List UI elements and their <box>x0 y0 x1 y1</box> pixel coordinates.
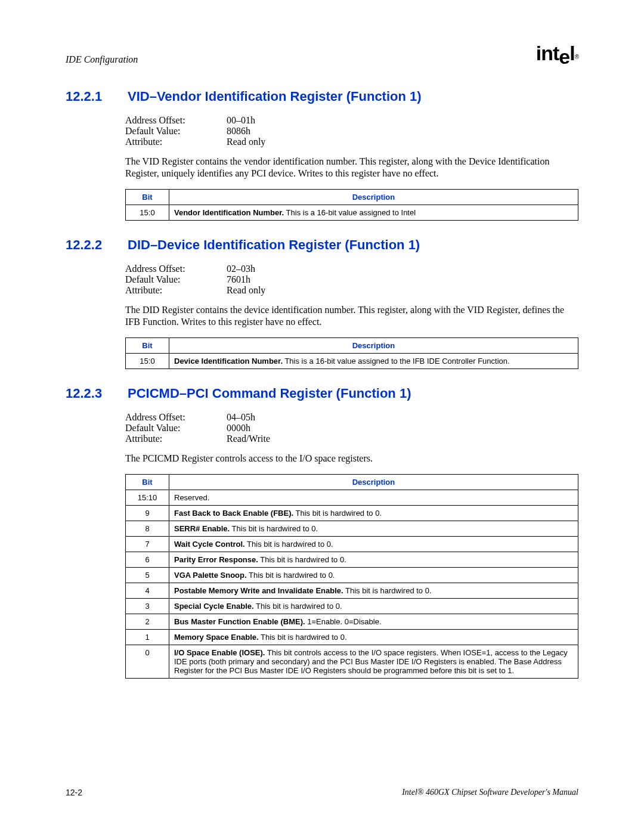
kv-row: Default Value:7601h <box>125 274 578 285</box>
kv-block: Address Offset:02–03h Default Value:7601… <box>125 264 578 296</box>
kv-key: Attribute: <box>125 433 227 444</box>
cell-bit: 15:0 <box>126 205 169 221</box>
cell-bit: 4 <box>126 583 169 599</box>
bit-table: Bit Description 15:0 Vendor Identificati… <box>125 189 578 221</box>
cell-bit: 8 <box>126 521 169 537</box>
kv-val: Read only <box>227 137 265 147</box>
desc-bold: SERR# Enable. <box>174 524 230 533</box>
heading-12-2-1: 12.2.1 VID–Vendor Identification Registe… <box>66 89 578 104</box>
heading-12-2-3: 12.2.3 PCICMD–PCI Command Register (Func… <box>66 386 578 401</box>
bit-table: Bit Description 15:0 Device Identificati… <box>125 337 578 369</box>
kv-row: Address Offset:04–05h <box>125 412 578 423</box>
manual-title: Intel® 460GX Chipset Software Developer'… <box>402 788 578 797</box>
cell-bit: 15:10 <box>126 490 169 506</box>
cell-desc: VGA Palette Snoop. This bit is hardwired… <box>169 568 578 583</box>
col-desc: Description <box>169 338 578 354</box>
kv-val: 0000h <box>227 423 250 433</box>
desc-bold: Wait Cycle Control. <box>174 540 245 549</box>
table-row: 9Fast Back to Back Enable (FBE). This bi… <box>126 506 578 521</box>
kv-block: Address Offset:04–05h Default Value:0000… <box>125 412 578 444</box>
heading-number: 12.2.1 <box>66 89 113 104</box>
desc-rest: This is a 16-bit value assigned to Intel <box>284 208 416 217</box>
page-footer: 12-2 Intel® 460GX Chipset Software Devel… <box>66 788 578 797</box>
kv-key: Attribute: <box>125 285 227 296</box>
kv-row: Default Value:8086h <box>125 126 578 137</box>
cell-bit: 9 <box>126 506 169 521</box>
kv-block: Address Offset:00–01h Default Value:8086… <box>125 115 578 147</box>
cell-desc: Parity Error Response. This bit is hardw… <box>169 552 578 568</box>
kv-key: Default Value: <box>125 423 227 433</box>
kv-val: 00–01h <box>227 115 255 126</box>
cell-desc: Vendor Identification Number. This is a … <box>169 205 578 221</box>
cell-desc: Special Cycle Enable. This bit is hardwi… <box>169 599 578 614</box>
desc-rest: This bit is hardwired to 0. <box>245 540 333 549</box>
desc-bold: Fast Back to Back Enable (FBE). <box>174 509 293 518</box>
section-12-2-1: 12.2.1 VID–Vendor Identification Registe… <box>66 89 578 221</box>
cell-bit: 3 <box>126 599 169 614</box>
table-row: 5VGA Palette Snoop. This bit is hardwire… <box>126 568 578 583</box>
cell-desc: Postable Memory Write and Invalidate Ena… <box>169 583 578 599</box>
cell-bit: 15:0 <box>126 354 169 369</box>
heading-number: 12.2.2 <box>66 237 113 253</box>
desc-bold: Parity Error Response. <box>174 555 258 564</box>
desc-rest: This bit is hardwired to 0. <box>258 555 346 564</box>
heading-title: PCICMD–PCI Command Register (Function 1) <box>128 386 411 401</box>
cell-desc: Fast Back to Back Enable (FBE). This bit… <box>169 506 578 521</box>
table-header-row: Bit Description <box>126 338 578 354</box>
desc-rest: This bit is hardwired to 0. <box>230 524 318 533</box>
col-desc: Description <box>169 475 578 490</box>
col-desc: Description <box>169 190 578 205</box>
kv-key: Default Value: <box>125 274 227 285</box>
table-row: 3Special Cycle Enable. This bit is hardw… <box>126 599 578 614</box>
kv-val: 02–03h <box>227 264 255 274</box>
desc-rest: Reserved. <box>174 493 209 502</box>
desc-rest: This bit is hardwired to 0. <box>247 571 335 580</box>
table-row: 1Memory Space Enable. This bit is hardwi… <box>126 630 578 645</box>
desc-bold: Device Identification Number. <box>174 357 283 366</box>
kv-key: Default Value: <box>125 126 227 137</box>
kv-val: Read only <box>227 285 265 296</box>
kv-row: Address Offset:02–03h <box>125 264 578 274</box>
desc-rest: This bit is hardwired to 0. <box>254 602 342 611</box>
heading-number: 12.2.3 <box>66 386 113 401</box>
table-row: 7Wait Cycle Control. This bit is hardwir… <box>126 537 578 552</box>
table-row: 15:10Reserved. <box>126 490 578 506</box>
cell-desc: I/O Space Enable (IOSE). This bit contro… <box>169 645 578 679</box>
content: 12.2.1 VID–Vendor Identification Registe… <box>66 89 578 679</box>
kv-key: Address Offset: <box>125 115 227 126</box>
desc-bold: Postable Memory Write and Invalidate Ena… <box>174 586 343 595</box>
logo-text: intel <box>536 42 575 68</box>
desc-bold: Vendor Identification Number. <box>174 208 284 217</box>
kv-row: Attribute:Read only <box>125 137 578 147</box>
heading-title: DID–Device Identification Register (Func… <box>128 237 420 253</box>
col-bit: Bit <box>126 338 169 354</box>
heading-12-2-2: 12.2.2 DID–Device Identification Registe… <box>66 237 578 253</box>
table-row: 0I/O Space Enable (IOSE). This bit contr… <box>126 645 578 679</box>
page: IDE Configuration intel® 12.2.1 VID–Vend… <box>0 0 644 833</box>
section-12-2-2: 12.2.2 DID–Device Identification Registe… <box>66 237 578 369</box>
heading-title: VID–Vendor Identification Register (Func… <box>128 89 422 104</box>
cell-bit: 6 <box>126 552 169 568</box>
table-row: 6Parity Error Response. This bit is hard… <box>126 552 578 568</box>
desc-bold: VGA Palette Snoop. <box>174 571 247 580</box>
cell-bit: 5 <box>126 568 169 583</box>
cell-bit: 0 <box>126 645 169 679</box>
kv-val: 8086h <box>227 126 250 137</box>
cell-bit: 7 <box>126 537 169 552</box>
table-row: 15:0 Vendor Identification Number. This … <box>126 205 578 221</box>
cell-desc: SERR# Enable. This bit is hardwired to 0… <box>169 521 578 537</box>
page-number: 12-2 <box>66 788 82 797</box>
table-header-row: Bit Description <box>126 190 578 205</box>
cell-desc: Bus Master Function Enable (BME). 1=Enab… <box>169 614 578 630</box>
kv-row: Attribute:Read/Write <box>125 433 578 444</box>
cell-desc: Wait Cycle Control. This bit is hardwire… <box>169 537 578 552</box>
table-row: 2Bus Master Function Enable (BME). 1=Ena… <box>126 614 578 630</box>
desc-rest: This bit is hardwired to 0. <box>343 586 432 595</box>
cell-desc: Device Identification Number. This is a … <box>169 354 578 369</box>
kv-row: Address Offset:00–01h <box>125 115 578 126</box>
kv-key: Address Offset: <box>125 412 227 423</box>
paragraph: The VID Register contains the vendor ide… <box>125 156 578 179</box>
table-row: 8SERR# Enable. This bit is hardwired to … <box>126 521 578 537</box>
page-header: IDE Configuration intel® <box>66 42 578 65</box>
table-row: 15:0 Device Identification Number. This … <box>126 354 578 369</box>
